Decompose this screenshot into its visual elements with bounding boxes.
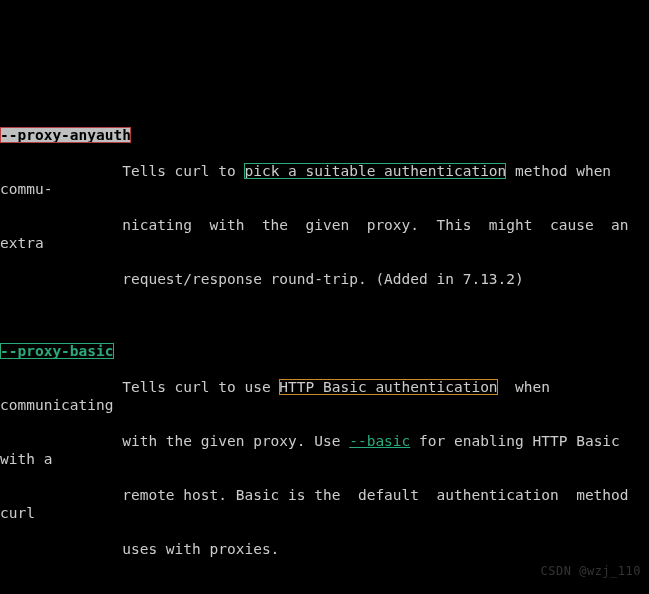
highlight-auth: pick a suitable authentication xyxy=(244,163,506,179)
desc-line: request/response round-trip. (Added in 7… xyxy=(0,270,649,288)
option-ref-basic: --basic xyxy=(349,433,410,449)
option-label: --proxy-basic xyxy=(0,343,114,359)
desc-line: remote host. Basic is the default authen… xyxy=(0,486,649,522)
blank-line xyxy=(0,306,649,324)
option-label: --proxy-anyauth xyxy=(0,127,131,143)
desc-line: Tells curl to use HTTP Basic authenticat… xyxy=(0,378,649,414)
desc-line: nicating with the given proxy. This migh… xyxy=(0,216,649,252)
desc-line: uses with proxies. xyxy=(0,540,649,558)
blank-line xyxy=(0,576,649,594)
desc-line: Tells curl to pick a suitable authentica… xyxy=(0,162,649,198)
highlight-auth: HTTP Basic authentication xyxy=(279,379,497,395)
option-proxy-anyauth: --proxy-anyauth xyxy=(0,126,649,144)
manpage-content: --proxy-anyauth Tells curl to pick a sui… xyxy=(0,90,649,594)
desc-line: with the given proxy. Use --basic for en… xyxy=(0,432,649,468)
option-proxy-basic: --proxy-basic xyxy=(0,342,649,360)
